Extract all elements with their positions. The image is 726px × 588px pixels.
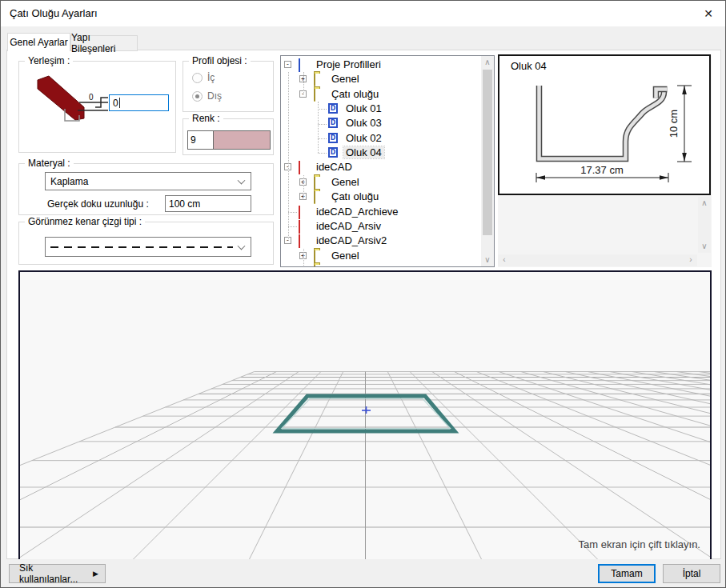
invisible-edge-group-label: Görünmez kenar çizgi tipi : bbox=[25, 216, 145, 227]
tree-connector bbox=[288, 72, 289, 241]
tree-item-label: Çatı oluğu bbox=[329, 264, 381, 267]
radio-dis[interactable]: Dış bbox=[192, 90, 222, 102]
folder-icon bbox=[314, 264, 315, 267]
profile-object-group-label: Profil objesi : bbox=[189, 55, 251, 66]
tree-item[interactable]: -Proje Profilleri bbox=[281, 58, 476, 72]
color-group-label: Renk : bbox=[189, 113, 223, 124]
tree-item[interactable]: +Genel bbox=[281, 175, 476, 190]
profile-icon: D bbox=[328, 147, 338, 158]
color-index-input[interactable]: 9 bbox=[188, 131, 214, 149]
folder-icon bbox=[314, 190, 315, 204]
placement-offset-input[interactable]: 0 bbox=[109, 94, 169, 111]
folder-icon bbox=[314, 73, 315, 86]
profile-preview-box: Oluk 04 17.37 cm 10 cm bbox=[498, 54, 711, 195]
collapse-icon[interactable]: - bbox=[284, 61, 291, 68]
dashed-line-sample bbox=[50, 246, 233, 248]
material-select[interactable]: Kaplama bbox=[45, 172, 251, 190]
tree-item-label: Genel bbox=[329, 176, 362, 188]
folder-icon bbox=[314, 88, 315, 102]
tree-item-label: Çatı oluğu bbox=[329, 88, 381, 100]
tree-item-label: Proje Profilleri bbox=[314, 58, 383, 70]
fullscreen-hint: Tam ekran için çift tıklayın. bbox=[579, 538, 700, 550]
tree-item[interactable]: DOluk 01 bbox=[281, 102, 476, 116]
placement-group-label: Yerleşim : bbox=[25, 55, 73, 66]
folder-icon bbox=[314, 176, 315, 190]
library-icon bbox=[299, 234, 300, 248]
scroll-left-icon[interactable]: ‹ bbox=[499, 256, 509, 264]
tree-item[interactable]: DOluk 02 bbox=[281, 131, 476, 146]
profile-icon: D bbox=[328, 103, 338, 114]
close-icon[interactable]: ✕ bbox=[696, 2, 720, 25]
tree-item-label: ideCAD bbox=[314, 161, 355, 173]
tree-item-label: Oluk 02 bbox=[343, 132, 384, 144]
3d-viewport[interactable]: Tam ekran için çift tıklayın. bbox=[18, 270, 712, 561]
expand-icon[interactable]: + bbox=[299, 266, 307, 267]
tree-item[interactable]: -ideCAD_Arsiv2 bbox=[281, 234, 476, 248]
tree-item[interactable]: +Çatı oluğu bbox=[281, 263, 476, 267]
tree-item[interactable]: ideCAD_Archieve bbox=[281, 205, 476, 219]
titlebar: Çatı Oluğu Ayarları ✕ bbox=[1, 1, 725, 26]
scroll-up-icon[interactable]: ∧ bbox=[481, 58, 494, 66]
invisible-edge-linetype-select[interactable] bbox=[45, 237, 251, 257]
tree-item[interactable]: +Genel bbox=[281, 72, 476, 86]
tab-yapi-bilesenleri[interactable]: Yapı Bileşenleri bbox=[70, 35, 138, 51]
color-swatch[interactable] bbox=[214, 131, 270, 149]
scroll-right-icon[interactable]: › bbox=[686, 256, 696, 264]
tree-connector bbox=[288, 212, 297, 213]
tree-item[interactable]: -ideCAD bbox=[281, 160, 476, 174]
radio-ic[interactable]: İç bbox=[192, 72, 215, 83]
tree-connector bbox=[318, 109, 327, 110]
scroll-down-icon[interactable]: ∨ bbox=[698, 242, 711, 250]
tree-item[interactable]: +Çatı oluğu bbox=[281, 190, 476, 204]
tree-item[interactable]: ideCAD_Arsiv bbox=[281, 219, 476, 234]
tab-genel-ayarlar[interactable]: Genel Ayarlar bbox=[7, 33, 70, 51]
diagram-zero-label: 0 bbox=[89, 93, 94, 102]
tree-item[interactable]: DOluk 04 bbox=[281, 146, 476, 160]
gutter-profile-drawing: 17.37 cm 10 cm bbox=[499, 56, 709, 193]
profile-icon: D bbox=[328, 133, 338, 143]
tree-vertical-scrollbar[interactable]: ∧ ∨ bbox=[481, 56, 494, 266]
library-icon bbox=[299, 161, 300, 174]
radio-dis-circle bbox=[192, 91, 203, 102]
height-dimension-label: 10 cm bbox=[668, 110, 680, 138]
project-library-icon bbox=[299, 58, 300, 72]
tree-rows: -Proje Profilleri+Genel-Çatı oluğuDOluk … bbox=[281, 56, 494, 266]
cancel-button[interactable]: İptal bbox=[663, 564, 720, 583]
library-icon bbox=[299, 220, 300, 234]
preview-vertical-scrollbar[interactable]: ∧ ∨ bbox=[698, 197, 711, 253]
tree-connector bbox=[303, 175, 304, 198]
preview-title: Oluk 04 bbox=[511, 60, 547, 72]
tree-item[interactable]: DOluk 03 bbox=[281, 116, 476, 130]
scroll-up-icon[interactable]: ∧ bbox=[698, 199, 711, 207]
texture-length-label: Gerçek doku uzunluğu : bbox=[47, 198, 149, 210]
tree-scroll-thumb[interactable] bbox=[483, 70, 492, 235]
tree-item[interactable]: -Çatı oluğu bbox=[281, 87, 476, 102]
texture-length-input[interactable]: 100 cm bbox=[165, 195, 251, 212]
profile-object-group: Profil objesi : İç Dış bbox=[183, 61, 274, 112]
color-group: Renk : 9 bbox=[183, 118, 274, 155]
scroll-down-icon[interactable]: ∨ bbox=[481, 256, 494, 264]
favorites-button[interactable]: Sık kullanılanlar... ▶ bbox=[9, 564, 106, 583]
tree-item-label: ideCAD_Arsiv2 bbox=[314, 234, 389, 246]
arrow-right-icon: ▶ bbox=[93, 570, 98, 578]
material-group-label: Materyal : bbox=[25, 158, 74, 169]
tree-item[interactable]: +Genel bbox=[281, 249, 476, 263]
radio-ic-circle bbox=[192, 73, 203, 83]
width-dimension-label: 17.37 cm bbox=[580, 164, 623, 176]
profile-tree: -Proje Profilleri+Genel-Çatı oluğuDOluk … bbox=[280, 55, 495, 267]
perspective-grid bbox=[20, 272, 710, 559]
placement-diagram: 0 bbox=[25, 71, 109, 131]
preview-horizontal-scrollbar[interactable]: ‹ › bbox=[498, 254, 697, 266]
tree-connector bbox=[303, 72, 304, 94]
roof-gutter-settings-dialog: Çatı Oluğu Ayarları ✕ Genel Ayarlar Yapı… bbox=[0, 0, 726, 588]
tree-item-label: Oluk 04 bbox=[343, 146, 384, 158]
tab-strip: Genel Ayarlar Yapı Bileşenleri bbox=[1, 26, 725, 50]
profile-icon: D bbox=[328, 118, 338, 128]
library-icon bbox=[299, 206, 300, 219]
tree-connector bbox=[318, 153, 327, 154]
dialog-title: Çatı Oluğu Ayarları bbox=[10, 7, 98, 19]
ok-button[interactable]: Tamam bbox=[598, 564, 656, 583]
tree-item-label: Oluk 03 bbox=[343, 117, 384, 129]
color-picker[interactable]: 9 bbox=[187, 130, 271, 150]
tree-item-label: Oluk 01 bbox=[343, 102, 384, 114]
